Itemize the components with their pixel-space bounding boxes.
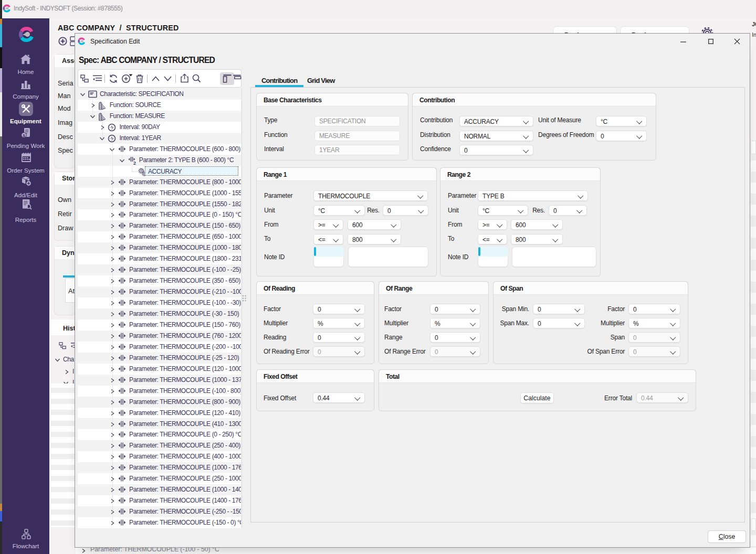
svg-text:2: 2	[133, 161, 136, 165]
